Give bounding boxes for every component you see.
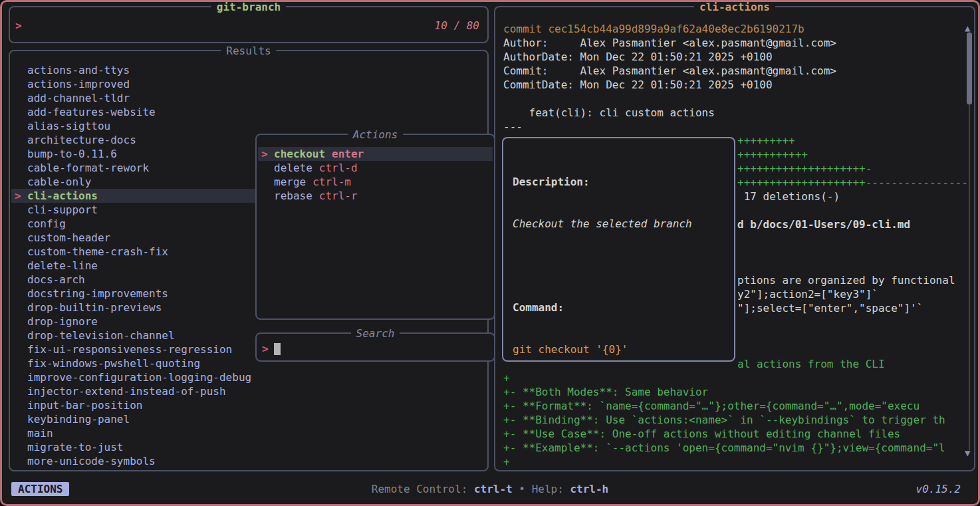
action-row[interactable]: merge ctrl-m: [258, 175, 493, 189]
branch-name: config: [27, 217, 66, 231]
selection-arrow-icon: [15, 175, 27, 189]
result-row[interactable]: actions-improved: [11, 77, 486, 91]
result-row[interactable]: add-features-website: [11, 105, 486, 119]
selection-arrow-icon: [261, 175, 274, 189]
result-row[interactable]: add-channel-tldr: [11, 91, 486, 105]
selection-arrow-icon: [15, 426, 27, 440]
result-row[interactable]: more-unicode-symbols: [11, 454, 486, 468]
branch-name: cable-format-rework: [27, 161, 149, 175]
diff-added-line: +- **Use Case**: One-off actions without…: [503, 427, 900, 441]
result-row[interactable]: input-bar-position: [11, 398, 486, 412]
diffstat-plus-row: +++++++++++: [737, 148, 808, 162]
action-name: merge: [274, 175, 306, 189]
scroll-down-icon[interactable]: ▼: [965, 446, 970, 460]
diff-added-line: +: [503, 455, 510, 469]
command-label: Command:: [513, 301, 692, 315]
separator-line: ---: [503, 120, 523, 134]
selection-arrow-icon: [15, 370, 27, 384]
selection-arrow-icon: [15, 105, 27, 119]
diff-file-line: d b/docs/01-Users/09-cli.md: [737, 217, 910, 231]
selection-arrow-icon: [15, 63, 27, 77]
diff-context-fragment: "];select=["enter","space"]'`: [737, 301, 923, 315]
selection-arrow-icon: [261, 189, 274, 203]
committer-line: Commit: Alex Pasmantier <alex.pasmant@gm…: [503, 64, 836, 78]
diffstat-mixed-row: ++++++++++++++++++++----------------: [737, 176, 968, 190]
action-name: delete: [274, 161, 312, 175]
deletions-summary-line: 17 deletions(-): [737, 190, 840, 203]
action-search-input[interactable]: [273, 340, 489, 358]
results-counter: 10 / 80: [435, 19, 479, 33]
status-bar: ACTIONS Remote Control: ctrl-t • Help: c…: [2, 482, 978, 496]
branch-name: add-channel-tldr: [27, 91, 130, 105]
selection-arrow-icon: [15, 259, 27, 273]
branch-name: input-bar-position: [27, 398, 142, 412]
result-row[interactable]: improve-configuration-logging-debug: [11, 370, 486, 384]
selection-arrow-icon: [15, 217, 27, 231]
search-panel-title: Search: [351, 326, 400, 340]
selection-arrow-icon: [15, 301, 27, 315]
result-row[interactable]: alias-sigttou: [11, 119, 486, 133]
diff-context-fragment: y2"];action2=["key3"]`: [737, 287, 878, 301]
diffstat-plus-segment: ++++++++++++++++++++: [737, 162, 866, 175]
result-row[interactable]: injector-extend-instead-of-push: [11, 384, 486, 398]
app-version: v0.15.2: [916, 482, 961, 496]
diff-added-line: +- **Binding**: Use `actions:<name>` in …: [503, 413, 945, 427]
diffstat-minus-segment: ----------------: [866, 176, 968, 189]
selection-arrow-icon: [15, 454, 27, 468]
search-popup-panel: Search >: [255, 332, 495, 362]
selection-arrow-icon: >: [261, 147, 274, 161]
diffstat-plus-segment: ++++++++++++++++++++: [737, 176, 866, 189]
result-row[interactable]: main: [11, 426, 486, 440]
command-text: git checkout '{0}': [513, 342, 692, 356]
commit-date-line: CommitDate: Mon Dec 22 01:50:21 2025 +01…: [503, 78, 773, 92]
commit-hash-line: commit cec154cb44a99d899a9af62a40e8ec2b6…: [503, 22, 804, 36]
result-row[interactable]: actions-and-ttys: [11, 63, 486, 77]
actions-list: > checkout enter delete ctrl-d merge ctr…: [258, 147, 493, 203]
action-name: checkout: [274, 147, 325, 161]
result-row[interactable]: migrate-to-just: [11, 440, 486, 454]
selection-arrow-icon: [15, 342, 27, 356]
action-row[interactable]: delete ctrl-d: [258, 161, 493, 175]
branch-name: cli-support: [27, 203, 98, 217]
diff-added-line: +- **Both Modes**: Same behavior: [503, 385, 708, 399]
diff-added-fragment: al actions from the CLI: [737, 357, 885, 371]
action-keybinding: ctrl-r: [319, 189, 358, 203]
branch-name: alias-sigttou: [27, 119, 110, 133]
selection-arrow-icon: [15, 161, 27, 175]
branch-name: custom-header: [27, 231, 110, 245]
action-description-panel: Description: Checkout the selected branc…: [502, 137, 735, 362]
selection-arrow-icon: [15, 287, 27, 301]
branch-name: delete-line: [27, 259, 98, 273]
selection-arrow-icon: [15, 440, 27, 454]
branch-name: docs-arch: [27, 273, 85, 287]
action-keybinding: ctrl-m: [312, 175, 351, 189]
selection-arrow-icon: >: [15, 189, 27, 203]
branch-name: keybinding-panel: [27, 412, 130, 426]
branch-name: fix-windows-pwshell-quoting: [27, 356, 200, 370]
branch-name: more-unicode-symbols: [27, 454, 156, 468]
action-row[interactable]: > checkout enter: [258, 147, 493, 161]
result-row[interactable]: keybinding-panel: [11, 412, 486, 426]
branch-filter-input[interactable]: [27, 15, 421, 35]
spacer: [513, 259, 692, 273]
action-keybinding: ctrl-d: [319, 161, 358, 175]
author-date-line: AuthorDate: Mon Dec 22 01:50:21 2025 +01…: [503, 50, 773, 64]
branch-name: architecture-docs: [27, 133, 136, 147]
results-panel-title: Results: [221, 44, 276, 58]
input-panel-title: git-branch: [211, 0, 286, 14]
bullet-separator: •: [519, 483, 525, 495]
branch-name: cable-only: [27, 175, 91, 189]
branch-name: improve-configuration-logging-debug: [27, 370, 251, 384]
diffstat-minus-segment: -: [866, 162, 872, 175]
television-tui-window: git-branch > 10 / 80 Results actions-and…: [0, 0, 980, 506]
branch-name: custom-theme-crash-fix: [27, 245, 168, 259]
action-row[interactable]: rebase ctrl-r: [258, 189, 493, 203]
selection-arrow-icon: [15, 133, 27, 147]
selection-arrow-icon: [15, 119, 27, 133]
action-keybinding: enter: [332, 147, 364, 161]
selection-arrow-icon: [15, 91, 27, 105]
input-prompt-icon: >: [15, 19, 22, 33]
scrollbar-thumb[interactable]: [967, 33, 972, 104]
diffstat-plus-row: +++++++++: [737, 134, 795, 148]
preview-panel-title: cli-actions: [694, 0, 775, 14]
